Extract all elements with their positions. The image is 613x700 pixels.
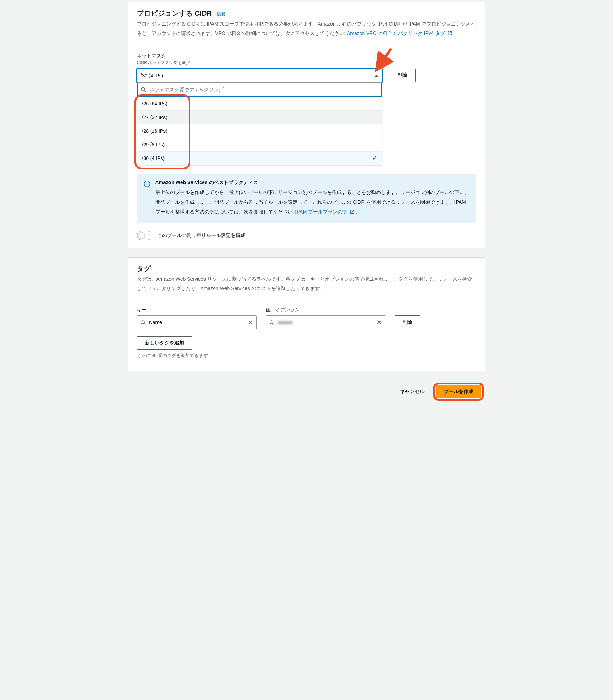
tag-value-label: 値 - オプション <box>266 307 385 313</box>
tags-heading: タグ <box>137 264 476 273</box>
vpc-pricing-link[interactable]: Amazon VPC の料金 > パブリック IPv4 タブ <box>347 30 453 36</box>
caret-up-icon <box>375 75 378 77</box>
vpc-pricing-link-text: Amazon VPC の料金 > パブリック IPv4 タブ <box>347 30 445 36</box>
tag-value-input-wrap[interactable]: xxxxxx <box>266 315 385 329</box>
ipam-pool-plan-link-text: IPAM プールプランの例 <box>295 209 347 215</box>
svg-point-6 <box>141 321 144 324</box>
best-practice-info: Amazon Web Services のベストプラクティス 最上位のプールを作… <box>137 174 476 223</box>
search-icon <box>137 320 149 325</box>
cidr-info-link[interactable]: 情報 <box>217 12 226 17</box>
best-practice-text-post: . <box>356 209 357 215</box>
svg-line-2 <box>144 90 146 92</box>
info-icon <box>144 180 151 217</box>
netmask-option[interactable]: /29 (8 IPs) <box>137 138 382 151</box>
svg-line-7 <box>144 323 145 325</box>
check-icon: ✓ <box>372 155 377 161</box>
best-practice-title: Amazon Web Services のベストプラクティス <box>155 180 470 186</box>
clear-key-icon[interactable] <box>244 320 256 325</box>
svg-point-10 <box>270 321 273 324</box>
add-tag-button[interactable]: 新しいタグを追加 <box>137 336 192 350</box>
svg-rect-5 <box>147 183 147 185</box>
ipam-pool-plan-link[interactable]: IPAM プールプランの例 <box>295 209 356 215</box>
footer-actions: キャンセル プールを作成 <box>128 380 485 403</box>
netmask-dropdown: /26 (64 IPs)/27 (32 IPs)/28 (16 IPs)/29 … <box>137 82 382 165</box>
netmask-option-label: /30 (4 IPs) <box>142 155 165 161</box>
tags-heading-text: タグ <box>137 265 151 272</box>
netmask-option[interactable]: /28 (16 IPs) <box>137 124 382 138</box>
netmask-select-trigger[interactable]: /30 (4 IPs) <box>137 69 382 83</box>
tags-panel: タグ タグは、Amazon Web Services リソースに割り当てるラベル… <box>128 257 485 372</box>
tags-description: タグは、Amazon Web Services リソースに割り当てるラベルです。… <box>137 274 476 294</box>
cidr-heading: プロビジョンする CIDR 情報 <box>137 9 476 18</box>
search-icon <box>266 320 278 325</box>
tag-value-label-pre: 値 - <box>266 307 275 313</box>
netmask-filter[interactable] <box>137 83 382 97</box>
netmask-option-label: /26 (64 IPs) <box>142 101 167 106</box>
cancel-button[interactable]: キャンセル <box>398 386 426 398</box>
netmask-select[interactable]: /30 (4 IPs) /26 (64 IPs)/27 (32 IPs)/28 … <box>137 69 382 83</box>
tag-key-input[interactable] <box>149 316 244 329</box>
clear-value-icon[interactable] <box>373 320 385 325</box>
cidr-description: プロビジョニングする CIDR は IPAM スコープで使用可能である必要があり… <box>137 19 476 39</box>
search-icon <box>138 87 149 92</box>
netmask-option-label: /27 (32 IPs) <box>142 114 167 120</box>
netmask-sublabel: CIDR ネットマスク長を選択 <box>137 60 476 66</box>
svg-line-11 <box>273 323 274 325</box>
best-practice-text: 最上位のプールを作成してから、最上位のプールの下にリージョン別のプールを作成する… <box>155 187 470 217</box>
netmask-option[interactable]: /30 (4 IPs)✓ <box>137 151 382 165</box>
annotation-create-highlight: プールを作成 <box>433 383 484 401</box>
svg-point-1 <box>141 88 145 91</box>
netmask-option-label: /28 (16 IPs) <box>142 128 167 134</box>
allocation-rules-toggle[interactable] <box>137 231 152 240</box>
netmask-filter-input[interactable] <box>149 83 381 96</box>
delete-tag-button[interactable]: 削除 <box>395 315 420 329</box>
netmask-selected-value: /30 (4 IPs) <box>141 73 163 78</box>
delete-netmask-button[interactable]: 削除 <box>390 69 416 82</box>
netmask-label: ネットマスク <box>137 53 476 59</box>
create-pool-button[interactable]: プールを作成 <box>436 385 481 398</box>
tag-key-input-wrap[interactable] <box>137 315 257 329</box>
cidr-description-post: . <box>453 30 455 36</box>
tag-value-label-opt: オプション <box>275 307 299 313</box>
external-link-icon <box>350 208 355 217</box>
netmask-option[interactable]: /27 (32 IPs) <box>137 110 382 124</box>
tag-key-label: キー <box>137 307 257 313</box>
svg-point-4 <box>146 182 147 182</box>
external-link-icon <box>447 29 452 39</box>
tag-value-input[interactable]: xxxxxx <box>278 320 373 325</box>
netmask-option[interactable]: /26 (64 IPs) <box>137 97 382 110</box>
cidr-panel: プロビジョンする CIDR 情報 プロビジョニングする CIDR は IPAM … <box>128 2 485 248</box>
tags-remaining-hint: さらに 49 個のタグを追加できます。 <box>137 352 476 359</box>
netmask-option-label: /29 (8 IPs) <box>142 142 165 147</box>
allocation-rules-toggle-label: このプールの割り振りルール設定を構成 <box>157 232 245 239</box>
cidr-heading-text: プロビジョンする CIDR <box>137 9 212 17</box>
